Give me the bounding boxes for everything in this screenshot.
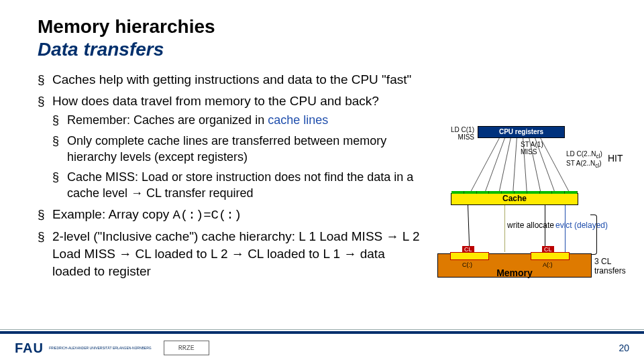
slide-title: Memory hierarchies bbox=[38, 16, 644, 38]
hit-label: HIT bbox=[608, 153, 623, 164]
write-allocate-text: write allocate bbox=[507, 221, 554, 230]
ld-c2-text: LD C(2..N bbox=[566, 150, 596, 158]
cache-cells bbox=[451, 191, 578, 194]
slide-subtitle: Data transfers bbox=[38, 39, 644, 60]
st-a2-text: ST A(2..N bbox=[566, 160, 595, 167]
line-cache-mem-3 bbox=[545, 205, 545, 252]
cache-box: Cache bbox=[451, 193, 578, 205]
footer: FAU Friedrich-Alexander Universität Erla… bbox=[0, 331, 644, 362]
header: Memory hierarchies Data transfers bbox=[0, 0, 644, 64]
page-number: 20 bbox=[619, 343, 629, 353]
transfers-label: 3 CL transfers bbox=[594, 257, 626, 276]
ld-c1-label: LD C(1) MISS bbox=[434, 126, 474, 141]
ld-c2-close: ) bbox=[600, 150, 602, 158]
rrze-logo: RRZE bbox=[164, 341, 209, 355]
bullet-4: 2-level ("Inclusive cache") cache hierar… bbox=[38, 228, 427, 280]
memory-diagram: CPU registers LD C(1) MISS ST A(1) MISS … bbox=[431, 126, 624, 298]
bullet-2a-em: cache lines bbox=[268, 113, 328, 127]
bullet-2a-pre: Remember: Caches are organized in bbox=[67, 113, 268, 127]
fau-logo: FAU bbox=[15, 341, 44, 356]
bullet-2: How does data travel from memory to the … bbox=[38, 93, 427, 202]
cpu-registers-box: CPU registers bbox=[478, 126, 565, 138]
bullet-3-code: A(:)=C(:) bbox=[173, 208, 242, 223]
bullet-2a: Remember: Caches are organized in cache … bbox=[52, 112, 427, 128]
ld-c1-miss: MISS bbox=[458, 133, 474, 141]
cacheline-c bbox=[450, 252, 489, 260]
text-column: Caches help with getting instructions an… bbox=[38, 71, 427, 280]
memory-box: CL CL C(:) A(:) Memory bbox=[437, 253, 592, 278]
fau-subtext: Friedrich-Alexander Universität Erlangen… bbox=[49, 347, 152, 350]
bullet-2c: Cache MISS: Load or store instruction do… bbox=[52, 169, 427, 202]
line-cache-mem-4 bbox=[565, 205, 566, 252]
bullet-3-pre: Example: Array copy bbox=[52, 207, 173, 221]
line-cache-mem-2 bbox=[504, 205, 505, 252]
bullet-2b: Only complete cache lines are transferre… bbox=[52, 133, 427, 166]
st-a2-close: ) bbox=[599, 160, 601, 167]
evict-label: evict (delayed) bbox=[555, 221, 608, 230]
ld-c1-text: LD C(1) bbox=[451, 126, 474, 133]
evict-text: evict (delayed) bbox=[555, 221, 608, 230]
ld-c2-label: LD C(2..Ncl) ST A(2..Ncl) bbox=[566, 150, 602, 169]
footer-divider bbox=[0, 329, 644, 330]
bullet-2-text: How does data travel from memory to the … bbox=[52, 94, 379, 108]
fau-logo-block: FAU Friedrich-Alexander Universität Erla… bbox=[15, 341, 152, 356]
cacheline-a bbox=[531, 252, 570, 260]
write-allocate-label: write allocate bbox=[507, 221, 554, 230]
bracket-icon bbox=[590, 215, 597, 255]
bullet-3: Example: Array copy A(:)=C(:) bbox=[38, 206, 427, 225]
bullet-1: Caches help with getting instructions an… bbox=[38, 71, 427, 88]
memory-label: Memory bbox=[438, 267, 591, 278]
line-cache-mem-1 bbox=[468, 205, 470, 252]
cache-label: Cache bbox=[502, 194, 527, 203]
slide: Memory hierarchies Data transfers Caches… bbox=[0, 0, 644, 362]
